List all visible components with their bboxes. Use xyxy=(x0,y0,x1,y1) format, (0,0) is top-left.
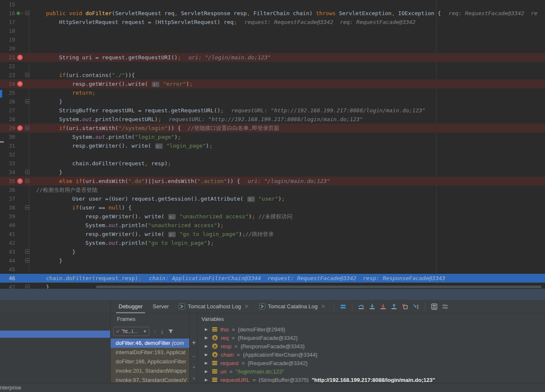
filter-frames-button[interactable] xyxy=(168,328,174,334)
gutter-icon-slot xyxy=(15,132,24,141)
move-down-button[interactable]: ▼ xyxy=(190,376,198,381)
thread-selector[interactable]: ✔ "ht...l... ▼ xyxy=(113,327,149,336)
tab-tomcat-catalina-log[interactable]: Tomcat Catalina Log✕ xyxy=(254,300,331,313)
gutter-icon-slot xyxy=(15,212,24,221)
code-text[interactable]: if(uri.startsWith("/system/login")) { //… xyxy=(32,124,545,132)
expand-triangle-icon[interactable]: ▶ xyxy=(205,378,209,382)
close-icon[interactable]: ✕ xyxy=(244,303,249,310)
code-text[interactable]: chain.doFilter(request, resp); xyxy=(32,159,545,168)
code-text[interactable]: resp.getWriter().write( s: "error"); xyxy=(32,79,545,88)
code-text[interactable]: User user =(User) request.getSession().g… xyxy=(32,194,545,203)
frame-row[interactable]: internalDoFilter:193, Applicat xyxy=(111,348,189,357)
fold-open-icon[interactable]: − xyxy=(25,11,29,15)
fold-close-icon[interactable]: − xyxy=(25,285,29,289)
tab-server[interactable]: Server xyxy=(148,300,174,313)
variable-row[interactable]: ▶request={RequestFacade@3342} xyxy=(198,359,545,367)
frame-down-button[interactable]: ↓ xyxy=(161,328,164,335)
code-text[interactable]: resp.getWriter(). write( s: "login_page"… xyxy=(32,141,545,150)
variable-row[interactable]: ▶preq={RequestFacade@3342} xyxy=(198,334,545,342)
code-text[interactable]: } xyxy=(32,247,545,256)
add-watch-button[interactable]: + xyxy=(190,339,198,347)
frame-row[interactable]: doFilter:166, ApplicationFilter xyxy=(111,357,189,366)
fold-open-icon[interactable]: − xyxy=(25,179,29,183)
code-text[interactable]: resp.getWriter(). write( s: "unauthorize… xyxy=(32,212,545,221)
step-into-button[interactable] xyxy=(367,302,378,312)
fold-close-icon[interactable]: − xyxy=(25,99,29,103)
gutter-icon-slot xyxy=(15,265,24,274)
code-text[interactable]: public void doFilter(ServletRequest req,… xyxy=(32,9,545,18)
code-text[interactable]: //检测当前用户是否登陆 xyxy=(32,185,545,194)
expand-triangle-icon[interactable]: ▶ xyxy=(205,344,209,348)
code-text[interactable]: System.out.println(requestURL);requestUR… xyxy=(32,115,545,124)
splitter-band[interactable] xyxy=(0,289,545,300)
fold-slot xyxy=(24,132,32,141)
code-text[interactable]: HttpServletRequest request = (HttpServle… xyxy=(32,18,545,26)
breakpoint-icon[interactable] xyxy=(17,125,23,131)
code-text[interactable]: if(uri.contains("./")){ xyxy=(32,71,545,79)
code-text[interactable]: String uri = request.getRequestURI();uri… xyxy=(32,53,545,62)
code-text[interactable] xyxy=(32,150,545,159)
code-text[interactable] xyxy=(32,0,545,9)
code-text[interactable]: System.out.println("login_page"); xyxy=(32,132,545,141)
frames-list: doFilter:46, demoFilter (cominternalDoFi… xyxy=(111,339,189,383)
move-up-button[interactable]: ▲ xyxy=(190,365,198,369)
fold-slot: − xyxy=(24,247,32,256)
code-text[interactable]: System.out.println("go to login_page"); xyxy=(32,238,545,247)
code-text[interactable]: } xyxy=(32,256,545,265)
step-out-button[interactable] xyxy=(389,302,399,312)
variable-row[interactable]: ▶uri="/login/main.do;123" xyxy=(198,367,545,376)
drop-frame-button[interactable] xyxy=(399,302,410,312)
code-text[interactable] xyxy=(32,62,545,71)
line-number: 35 xyxy=(0,177,15,185)
pause-button[interactable] xyxy=(338,302,349,312)
expand-triangle-icon[interactable]: ▶ xyxy=(205,361,209,365)
force-step-into-button[interactable] xyxy=(378,302,389,312)
frame-row[interactable]: invoke:97, StandardContextV xyxy=(111,376,189,383)
breakpoint-icon[interactable] xyxy=(17,81,23,87)
code-text[interactable] xyxy=(32,35,545,44)
code-text[interactable]: } xyxy=(32,97,545,106)
variable-row[interactable]: ▶this={demoFilter@2949} xyxy=(198,325,545,334)
variable-row[interactable]: ▶pchain={ApplicationFilterChain@3344} xyxy=(198,350,545,359)
override-method-icon[interactable]: ↑ xyxy=(16,11,24,16)
code-text[interactable] xyxy=(32,44,545,53)
remove-watch-button[interactable]: − xyxy=(190,353,198,360)
fold-open-icon[interactable]: − xyxy=(25,126,29,130)
breakpoint-icon[interactable] xyxy=(17,178,23,184)
editor-horizontal-scrollbar[interactable] xyxy=(96,286,542,288)
code-editor[interactable]: 1516↑−public void doFilter(ServletReques… xyxy=(0,0,545,289)
expand-triangle-icon[interactable]: ▶ xyxy=(205,327,209,331)
breakpoint-icon[interactable] xyxy=(17,55,23,60)
param-hint-badge: s: xyxy=(155,143,163,149)
code-text[interactable]: StringBuffer requestURL = request.getReq… xyxy=(32,106,545,115)
evaluate-button[interactable] xyxy=(429,302,439,312)
code-text[interactable]: resp.getWriter(). write( s: "go to login… xyxy=(32,230,545,238)
code-text[interactable]: chain.doFilter(request,resp);chain: Appl… xyxy=(32,274,545,283)
fold-open-icon[interactable]: − xyxy=(25,205,29,209)
expand-triangle-icon[interactable]: ▶ xyxy=(205,352,209,357)
frame-up-button[interactable]: ↑ xyxy=(153,328,156,335)
expand-triangle-icon[interactable]: ▶ xyxy=(205,336,209,340)
tab-tomcat-localhost-log[interactable]: Tomcat Localhost Log✕ xyxy=(174,300,254,313)
gutter-icon-slot xyxy=(15,0,24,9)
layout-button[interactable] xyxy=(439,302,450,312)
fold-open-icon[interactable]: − xyxy=(25,73,29,77)
code-text[interactable]: if(user == null) { xyxy=(32,203,545,212)
run-to-cursor-button[interactable] xyxy=(410,302,421,312)
code-text[interactable] xyxy=(32,265,545,274)
step-over-button[interactable] xyxy=(356,302,367,312)
expand-triangle-icon[interactable]: ▶ xyxy=(205,369,209,373)
fold-close-icon[interactable]: − xyxy=(25,258,29,262)
code-text[interactable]: else if(uri.endsWith(".do")||uri.endsWit… xyxy=(32,177,545,185)
fold-close-icon[interactable]: − xyxy=(25,249,29,254)
fold-close-icon[interactable]: − xyxy=(25,170,29,174)
frame-row[interactable]: doFilter:46, demoFilter (com xyxy=(111,339,189,348)
frame-row[interactable]: invoke:201, StandardWrappe xyxy=(111,366,189,376)
variable-row[interactable]: ▶presp={ResponseFacade@3343} xyxy=(198,342,545,350)
code-text[interactable] xyxy=(32,26,545,35)
code-text[interactable]: return; xyxy=(32,88,545,97)
close-icon[interactable]: ✕ xyxy=(321,303,325,310)
tab-debugger[interactable]: Debugger xyxy=(114,300,148,313)
code-text[interactable]: } xyxy=(32,168,545,177)
code-text[interactable]: System.out.println("unauthorized access"… xyxy=(32,221,545,230)
